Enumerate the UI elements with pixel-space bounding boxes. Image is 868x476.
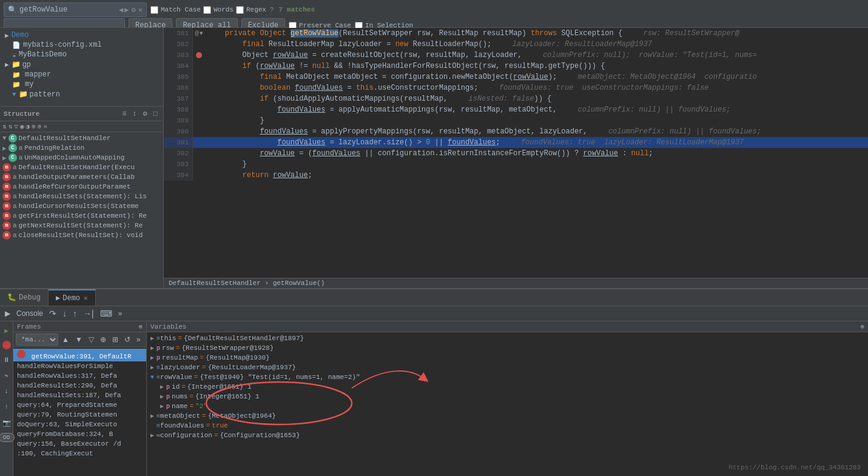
sidebar-item-mybatisdemo[interactable]: ☕ MyBatisDemo — [0, 50, 163, 59]
var-item-lazyloader[interactable]: ▶ ≡ lazyLoader = {ResultLoaderMap@1937} — [147, 363, 868, 372]
struct-item-handle-cursor[interactable]: m a handleCursorResultSets(Stateme — [0, 201, 163, 211]
struct-item-get-first[interactable]: m a getFirstResultSet(Statement): Re — [0, 211, 163, 221]
struct-item-handle-output[interactable]: m a handleOutputParameters(Callab — [0, 172, 163, 182]
var-item-rsw[interactable]: ▶ p rsw = {ResultSetWrapper@1928} — [147, 343, 868, 353]
camera-icon[interactable]: 📷 — [1, 417, 12, 428]
frame-item-9[interactable]: query:156, BaseExecutor /d — [13, 439, 146, 449]
frame-item-7[interactable]: doQuery:63, SimpleExecuto — [13, 420, 146, 429]
structure-settings[interactable]: ⚙ — [141, 109, 149, 119]
struct-item-close[interactable]: m a closeResultSet(ResultSet): void — [0, 230, 163, 240]
struct-item-pending[interactable]: ▶ C a PendingRelation — [0, 143, 163, 153]
fold-icon[interactable]: ▼ — [200, 30, 203, 37]
sidebar-item-demo[interactable]: ▶ Demo — [0, 30, 163, 40]
sidebar-item-pattern[interactable]: ▼ 📁 pattern — [0, 89, 163, 99]
struct-icon3[interactable]: ◉ — [20, 122, 24, 130]
debug-area: 🐛 Debug ▶ Demo ✕ ▶ Console ↷ ↓ ↑ →| ⌨ » … — [0, 288, 868, 476]
struct-sort-icon1[interactable]: ⇅ — [2, 122, 7, 130]
struct-item-handle-result-sets[interactable]: m a handleResultSets(Statement): Lis — [0, 192, 163, 201]
debug-tab-debugger[interactable]: 🐛 Debug — [0, 289, 49, 306]
var-item-rowvalue[interactable]: ▼ ≡ rowValue = {Test@1940} "Test(id=1, n… — [147, 372, 868, 382]
breakpoint-383[interactable] — [196, 52, 202, 58]
step-over-side[interactable]: ↷ — [1, 370, 12, 381]
vars-expand-icon[interactable]: ⊕ — [860, 323, 864, 330]
frame-item-4[interactable]: handleResultSets:187, Defa — [13, 391, 146, 400]
pause-icon[interactable]: ⏸ — [1, 354, 12, 365]
frame-item-1[interactable]: handleRowValuesForSimple — [13, 361, 146, 371]
struct-item-handle-ref[interactable]: m a handleRefCursorOutputParamet — [0, 182, 163, 192]
search-options[interactable]: ⚙ — [131, 5, 135, 15]
sidebar-item-my[interactable]: 📁 my — [0, 79, 163, 89]
var-item-foundvalues[interactable]: ▶ ≡ foundValues = true — [147, 421, 868, 431]
debug-evaluate[interactable]: ⌨ — [98, 307, 115, 320]
search-close[interactable]: ✕ — [138, 5, 143, 15]
struct-item-constructor[interactable]: m a DefaultResultSetHandler(Execu — [0, 163, 163, 172]
variables-panel-header: Variables ⊕ — [147, 321, 868, 332]
frame-item-5[interactable]: query:64, PreparedStateme — [13, 400, 146, 410]
search-input[interactable] — [19, 5, 116, 14]
debug-tab-demo[interactable]: ▶ Demo ✕ — [49, 289, 96, 306]
debug-step-out[interactable]: ↑ — [70, 307, 79, 320]
gutter-388 — [193, 104, 205, 115]
frame-item-0[interactable]: getRowValue:391, DefaultR — [13, 349, 146, 361]
match-case-checkbox[interactable] — [150, 6, 158, 14]
debug-console-btn[interactable]: Console — [14, 308, 45, 319]
debug-step-into[interactable]: ↓ — [60, 307, 69, 320]
struct-item-class[interactable]: ▼ C DefaultResultSetHandler — [0, 133, 163, 143]
structure-sort-type[interactable]: ↕ — [130, 109, 138, 119]
regex-help[interactable]: ? — [270, 6, 274, 13]
regex-checkbox[interactable] — [236, 6, 244, 14]
frame-item-6[interactable]: query:79, RoutingStatemen — [13, 410, 146, 420]
debug-resume-btn[interactable]: ▶ — [2, 308, 13, 319]
frame-expand-btn[interactable]: » — [134, 334, 143, 345]
var-item-resultmap[interactable]: ▶ p resultMap = {ResultMap@1930} — [147, 353, 868, 363]
struct-more[interactable]: » — [43, 123, 47, 130]
frame-restore-btn[interactable]: ⊞ — [110, 334, 121, 345]
words-checkbox[interactable] — [203, 6, 211, 14]
step-out-side[interactable]: ↑ — [1, 401, 12, 412]
frame-item-10[interactable]: :100, CachingExecut — [13, 449, 146, 458]
step-into-side[interactable]: ↓ — [1, 386, 12, 397]
frame-up-btn[interactable]: ▲ — [59, 334, 72, 345]
frame-dropdown[interactable]: *ma... — [16, 334, 58, 346]
code-area[interactable]: 381 @ ▼ private Object getRowValue(Resul… — [164, 28, 868, 278]
debug-run-cursor[interactable]: →| — [81, 307, 96, 320]
structure-expand[interactable]: □ — [152, 109, 160, 119]
frame-more-btn[interactable]: ⊕ — [98, 334, 109, 345]
frame-down-btn[interactable]: ▼ — [73, 334, 85, 345]
sidebar-item-gp[interactable]: ▶ 📁 gp — [0, 59, 163, 70]
sidebar-item-mapper[interactable]: 📁 mapper — [0, 70, 163, 79]
stop-icon[interactable] — [2, 341, 11, 349]
var-item-nums[interactable]: ▶ p nums = {Integer@1651} 1 — [147, 392, 868, 401]
struct-sort-icon2[interactable]: ⇅ — [8, 122, 13, 130]
frame-item-8[interactable]: queryFromDatabase:324, B — [13, 429, 146, 439]
demo-tab-close[interactable]: ✕ — [84, 294, 88, 302]
var-item-name[interactable]: ▶ p name = "2" — [147, 401, 868, 411]
search-nav-prev[interactable]: ◀ — [119, 5, 123, 15]
var-item-id[interactable]: ▶ p id = {Integer@1651} 1 — [147, 382, 868, 392]
struct-icon6[interactable]: ⊕ — [38, 122, 42, 130]
struct-unmapped-label: UnMappedColumnAutoMapping — [24, 154, 124, 161]
oo-btn[interactable]: oo — [0, 433, 15, 442]
code-line-387: 387 if (shouldApplyAutomaticMappings(res… — [164, 93, 868, 104]
struct-filter-icon[interactable]: ▽ — [14, 122, 18, 130]
frames-expand-icon[interactable]: ⊕ — [138, 323, 143, 330]
struct-icon4[interactable]: ◑ — [26, 122, 30, 130]
variables-list: ▶ ≡ this = {DefaultResultSetHandler@1897… — [147, 332, 868, 476]
var-item-metaobject[interactable]: ▶ ≡ metaObject = {MetaObject@1964} — [147, 411, 868, 421]
sidebar-item-mybatis-config[interactable]: 📄 mybatis-config.xml — [0, 40, 163, 50]
struct-item-unmapped[interactable]: ▶ C a UnMappedColumnAutoMapping — [0, 153, 163, 163]
gutter-393 — [193, 159, 205, 170]
debug-more[interactable]: » — [116, 308, 125, 319]
var-item-configuration[interactable]: ▶ ∞ configuration = {Configuration@1653} — [147, 431, 868, 440]
debug-step-over-icon[interactable]: ↷ — [47, 307, 59, 320]
var-item-this[interactable]: ▶ ≡ this = {DefaultResultSetHandler@1897… — [147, 334, 868, 343]
frame-filter-btn[interactable]: ▽ — [86, 334, 96, 345]
struct-icon5[interactable]: ⊕ — [32, 122, 36, 130]
structure-sort-alpha[interactable]: ≡ — [120, 109, 128, 119]
frame-item-3[interactable]: handleResultSet:290, Defa — [13, 381, 146, 391]
struct-item-get-next[interactable]: m a getNextResultSet(Statement): Re — [0, 221, 163, 230]
search-nav-next[interactable]: ▶ — [124, 5, 129, 15]
frame-item-2[interactable]: handleRowValues:317, Defa — [13, 371, 146, 381]
frame-reset-btn[interactable]: ↺ — [122, 334, 133, 345]
resume-icon[interactable]: ▶ — [1, 325, 12, 336]
